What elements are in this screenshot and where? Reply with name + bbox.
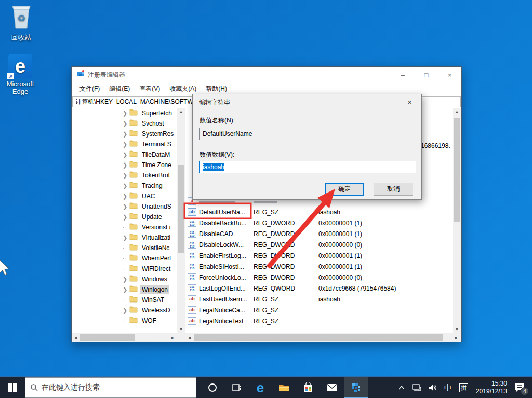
value-name-field[interactable]: DefaultUserName: [199, 128, 416, 140]
tree-item-versionsli[interactable]: ·VersionsLi: [72, 222, 185, 232]
chevron-right-icon[interactable]: ❯: [123, 141, 129, 148]
minimize-button[interactable]: –: [391, 67, 415, 83]
chevron-right-icon[interactable]: ❯: [123, 307, 129, 314]
value-row-2[interactable]: 011110DisableCADREG_DWORD0x00000001 (1): [185, 228, 453, 239]
scroll-left-icon[interactable]: ◄: [72, 333, 79, 342]
chevron-right-icon[interactable]: ❯: [123, 172, 129, 179]
dialog-close-icon[interactable]: ×: [398, 95, 421, 110]
tree-item-tracing[interactable]: ❯Tracing: [72, 181, 185, 191]
value-type: REG_SZ: [254, 307, 318, 314]
start-button[interactable]: [0, 377, 25, 398]
taskbar-registry-editor-button[interactable]: [344, 377, 368, 398]
scroll-down-icon[interactable]: ▼: [177, 325, 185, 333]
values-horizontal-scrollbar[interactable]: ◄ ►: [185, 333, 461, 342]
values-vertical-scrollbar[interactable]: ▲ ▼: [453, 108, 461, 333]
tree-item-windows[interactable]: ❯Windows: [72, 274, 185, 284]
chevron-right-icon[interactable]: ❯: [123, 152, 129, 158]
scroll-up-icon[interactable]: ▲: [177, 108, 185, 116]
value-row-8[interactable]: abLastUsedUsern...REG_SZiashoah: [185, 294, 453, 305]
tree-item-update[interactable]: ❯Update: [72, 212, 185, 222]
title-bar[interactable]: 注册表编辑器 – □ ×: [72, 67, 461, 83]
tree-vertical-scrollbar[interactable]: ▲ ▼: [177, 108, 185, 333]
dialog-title-bar[interactable]: 编辑字符串 ×: [193, 94, 421, 110]
value-row-1[interactable]: 011110DisableBackBu...REG_DWORD0x0000000…: [185, 217, 453, 228]
chevron-right-icon[interactable]: ❯: [123, 193, 129, 200]
tree-item-tiledatam[interactable]: ❯TileDataM: [72, 149, 185, 160]
scroll-up-icon[interactable]: ▲: [453, 108, 461, 116]
chevron-right-icon[interactable]: ❯: [123, 110, 129, 117]
volume-button[interactable]: [425, 384, 441, 391]
scrollbar-thumb[interactable]: [80, 334, 135, 341]
network-button[interactable]: [408, 384, 425, 392]
value-data: 0x00000000 (0): [318, 274, 453, 281]
tree-item-label: TokenBrol: [140, 171, 171, 180]
tree-item-uac[interactable]: ❯UAC: [72, 191, 185, 201]
tray-expand-button[interactable]: [395, 386, 408, 390]
tree-item-superfetch[interactable]: ❯Superfetch: [72, 108, 185, 118]
scroll-right-icon[interactable]: ►: [453, 333, 460, 342]
tree-item-winlogon[interactable]: ❯Winlogon: [72, 284, 185, 295]
chevron-right-icon[interactable]: ❯: [123, 286, 129, 293]
tree-item-wifidirect[interactable]: ·WiFiDirect: [72, 264, 185, 274]
menu-item-3[interactable]: 收藏夹(A): [165, 85, 201, 93]
scroll-down-icon[interactable]: ▼: [453, 325, 461, 333]
tree-item-volatilenc[interactable]: ·VolatileNc: [72, 243, 185, 253]
tree-item-tokenbrol[interactable]: ❯TokenBrol: [72, 170, 185, 181]
value-data-field[interactable]: iashoah: [199, 161, 416, 173]
tree-item-unattends[interactable]: ❯UnattendS: [72, 201, 185, 212]
chevron-right-icon[interactable]: ❯: [123, 183, 129, 189]
tree-item-wof[interactable]: ·WOF: [72, 315, 185, 326]
file-explorer-button[interactable]: [272, 377, 296, 398]
ime-mode-button[interactable]: 拼: [456, 383, 472, 392]
tree-item-virtualizati[interactable]: ❯Virtualizati: [72, 232, 185, 243]
tree-item-time-zone[interactable]: ❯Time Zone: [72, 160, 185, 170]
mail-button[interactable]: [320, 377, 344, 398]
action-center-button[interactable]: 4: [511, 383, 532, 392]
taskbar-edge-button[interactable]: e: [248, 377, 272, 398]
chevron-right-icon[interactable]: ❯: [123, 214, 129, 221]
chevron-right-icon[interactable]: ❯: [123, 131, 129, 138]
menu-item-2[interactable]: 查看(V): [135, 85, 165, 93]
value-row-4[interactable]: 011110EnableFirstLog...REG_DWORD0x000000…: [185, 250, 453, 261]
maximize-button[interactable]: □: [415, 67, 438, 83]
chevron-right-icon[interactable]: ❯: [123, 276, 129, 283]
value-row-6[interactable]: 011110ForceUnlockLo...REG_DWORD0x0000000…: [185, 272, 453, 283]
close-button[interactable]: ×: [438, 67, 461, 83]
chevron-right-icon[interactable]: ❯: [123, 203, 129, 210]
value-row-3[interactable]: 011110DisableLockW...REG_DWORD0x00000000…: [185, 239, 453, 250]
ime-language-button[interactable]: 中: [441, 383, 456, 393]
tree-item-wirelessd[interactable]: ❯WirelessD: [72, 305, 185, 315]
cortana-button[interactable]: [201, 377, 224, 398]
edge-shortcut[interactable]: e ↗ Microsoft Edge: [0, 54, 41, 95]
value-row-5[interactable]: 011110EnableSIHostI...REG_DWORD0x0000000…: [185, 261, 453, 272]
chevron-right-icon[interactable]: ❯: [123, 235, 129, 241]
chevron-right-icon[interactable]: ❯: [123, 162, 129, 169]
tree-item-systemres[interactable]: ❯SystemRes: [72, 129, 185, 139]
scrollbar-thumb[interactable]: [178, 165, 184, 253]
recycle-bin-shortcut[interactable]: ♻ 回收站: [1, 4, 42, 43]
chevron-right-icon[interactable]: ❯: [123, 120, 129, 127]
menu-item-1[interactable]: 编辑(E): [104, 85, 135, 93]
value-row-9[interactable]: abLegalNoticeCa...REG_SZ: [185, 305, 453, 315]
tree-horizontal-scrollbar[interactable]: ◄ ►: [72, 333, 185, 342]
value-row-0[interactable]: abDefaultUserNa...REG_SZiashoah: [185, 207, 453, 217]
cancel-button[interactable]: 取消: [374, 183, 413, 196]
taskbar-search-input[interactable]: 在此键入进行搜索: [25, 377, 196, 398]
scroll-left-icon[interactable]: ◄: [185, 333, 193, 342]
folder-icon: [278, 383, 290, 392]
scrollbar-thumb[interactable]: [454, 118, 460, 222]
tree-item-svchost[interactable]: ❯Svchost: [72, 118, 185, 129]
tree-item-wbemperl[interactable]: ·WbemPerl: [72, 253, 185, 264]
ok-button[interactable]: 确定: [325, 183, 364, 196]
store-button[interactable]: [296, 377, 320, 398]
scroll-right-icon[interactable]: ►: [169, 333, 177, 342]
menu-item-0[interactable]: 文件(F): [75, 85, 104, 93]
scrollbar-thumb[interactable]: [194, 334, 443, 341]
task-view-button[interactable]: [224, 377, 248, 398]
value-row-7[interactable]: 011110LastLogOffEnd...REG_QWORD0x1d7cc96…: [185, 283, 453, 294]
menu-item-4[interactable]: 帮助(H): [201, 85, 232, 93]
tree-item-terminal-s[interactable]: ❯Terminal S: [72, 139, 185, 149]
value-row-10[interactable]: abLegalNoticeTextREG_SZ: [185, 315, 453, 326]
tray-clock[interactable]: 15:30 2019/12/13: [472, 380, 511, 395]
tree-item-winsat[interactable]: ·WinSAT: [72, 295, 185, 305]
